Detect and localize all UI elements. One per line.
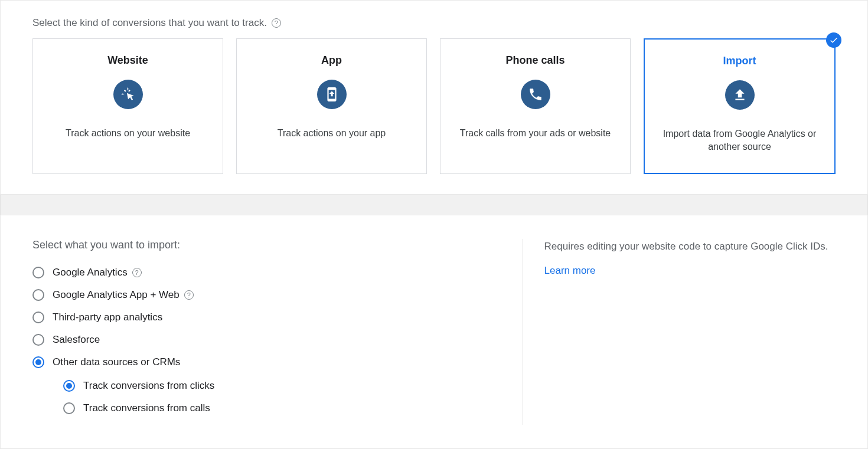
suboption-clicks[interactable]: Track conversions from clicks: [63, 380, 499, 392]
check-icon: [826, 32, 841, 48]
info-text: Requires editing your website code to ca…: [544, 239, 836, 254]
option-label: Google Analytics App + Web ?: [53, 289, 194, 301]
card-app-desc: Track actions on your app: [278, 127, 386, 140]
option-label: Other data sources or CRMs: [53, 356, 180, 368]
card-website[interactable]: Website Track actions on your website: [32, 38, 223, 174]
option-google-analytics[interactable]: Google Analytics ?: [32, 267, 499, 278]
radio-icon: [63, 402, 75, 414]
suboption-label: Track conversions from calls: [83, 402, 210, 414]
panel1-title-row: Select the kind of conversions that you …: [32, 17, 836, 29]
card-import[interactable]: Import Import data from Google Analytics…: [644, 38, 836, 174]
radio-icon: [32, 356, 44, 368]
option-google-analytics-app-web[interactable]: Google Analytics App + Web ?: [32, 289, 499, 301]
conversion-cards: Website Track actions on your website Ap…: [32, 38, 836, 174]
upload-icon: [725, 80, 755, 110]
card-website-title: Website: [107, 54, 148, 67]
card-phone-title: Phone calls: [505, 54, 564, 67]
import-options-panel: Select what you want to import: Google A…: [0, 215, 868, 449]
card-app[interactable]: App Track actions on your app: [236, 38, 427, 174]
import-info-right: Requires editing your website code to ca…: [523, 239, 836, 425]
radio-icon: [32, 289, 44, 301]
conversion-setup-container: Select the kind of conversions that you …: [0, 0, 868, 459]
panel2-title: Select what you want to import:: [32, 239, 499, 251]
card-app-title: App: [321, 54, 342, 67]
import-options-left: Select what you want to import: Google A…: [32, 239, 523, 425]
phone-app-icon: [317, 80, 347, 109]
option-label: Third-party app analytics: [53, 312, 162, 323]
sub-options: Track conversions from clicks Track conv…: [63, 380, 499, 414]
radio-icon: [32, 267, 44, 278]
card-phone-desc: Track calls from your ads or website: [460, 127, 611, 140]
phone-call-icon: [521, 80, 550, 109]
conversion-type-panel: Select the kind of conversions that you …: [0, 0, 868, 195]
card-website-desc: Track actions on your website: [66, 127, 190, 140]
suboption-label: Track conversions from clicks: [83, 380, 214, 392]
help-icon[interactable]: ?: [184, 290, 194, 300]
option-third-party[interactable]: Third-party app analytics: [32, 312, 499, 323]
radio-icon: [63, 380, 75, 392]
card-import-desc: Import data from Google Analytics or ano…: [657, 127, 823, 154]
radio-icon: [32, 334, 44, 346]
card-phone-calls[interactable]: Phone calls Track calls from your ads or…: [440, 38, 631, 174]
option-label: Google Analytics ?: [53, 267, 142, 278]
click-icon: [113, 80, 143, 109]
suboption-calls[interactable]: Track conversions from calls: [63, 402, 499, 414]
option-label: Salesforce: [53, 334, 100, 346]
option-salesforce[interactable]: Salesforce: [32, 334, 499, 346]
radio-icon: [32, 312, 44, 323]
panel-gap: [0, 195, 868, 215]
help-icon[interactable]: ?: [272, 18, 281, 28]
learn-more-link[interactable]: Learn more: [544, 265, 836, 277]
option-other-sources[interactable]: Other data sources or CRMs: [32, 356, 499, 368]
panel1-title: Select the kind of conversions that you …: [32, 17, 267, 29]
card-import-title: Import: [723, 55, 756, 67]
help-icon[interactable]: ?: [132, 268, 142, 277]
